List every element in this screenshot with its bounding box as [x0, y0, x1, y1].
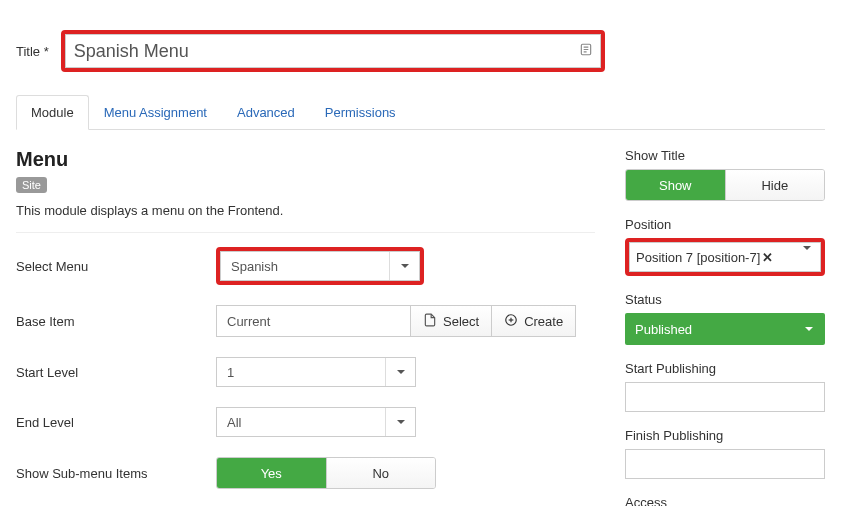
end-level-dropdown[interactable]: All — [216, 407, 416, 437]
module-description: This module displays a menu on the Front… — [16, 203, 595, 218]
select-menu-dropdown[interactable]: Spanish — [220, 251, 420, 281]
tabs: Module Menu Assignment Advanced Permissi… — [16, 94, 825, 130]
status-dropdown[interactable]: Published — [625, 313, 825, 345]
chevron-down-icon — [803, 250, 811, 265]
start-level-label: Start Level — [16, 365, 216, 380]
plus-circle-icon — [504, 313, 518, 330]
tab-advanced[interactable]: Advanced — [222, 95, 310, 130]
show-sub-yes[interactable]: Yes — [217, 458, 326, 488]
show-sub-toggle: Yes No — [216, 457, 436, 489]
base-item-label: Base Item — [16, 314, 216, 329]
create-button[interactable]: Create — [491, 305, 576, 337]
show-title-toggle: Show Hide — [625, 169, 825, 201]
status-value: Published — [635, 322, 692, 337]
finish-publishing-input[interactable] — [625, 449, 825, 479]
tab-permissions[interactable]: Permissions — [310, 95, 411, 130]
end-level-label: End Level — [16, 415, 216, 430]
show-title-label: Show Title — [625, 148, 825, 163]
select-menu-highlight: Spanish — [216, 247, 424, 285]
start-level-value: 1 — [217, 365, 385, 380]
divider — [16, 232, 595, 233]
tab-module[interactable]: Module — [16, 95, 89, 130]
end-level-value: All — [217, 415, 385, 430]
select-button-label: Select — [443, 314, 479, 329]
access-label: Access — [625, 495, 825, 506]
select-button[interactable]: Select — [410, 305, 492, 337]
position-dropdown-button[interactable] — [793, 242, 821, 272]
title-input-wrap — [65, 34, 601, 68]
select-menu-label: Select Menu — [16, 259, 216, 274]
position-value: Position 7 [position-7] — [636, 250, 760, 265]
select-menu-value: Spanish — [221, 259, 389, 274]
create-button-label: Create — [524, 314, 563, 329]
title-label: Title * — [16, 44, 49, 59]
base-item-value: Current — [216, 305, 411, 337]
close-icon[interactable]: ✕ — [762, 250, 773, 265]
show-sub-no[interactable]: No — [326, 458, 436, 488]
position-label: Position — [625, 217, 825, 232]
show-title-hide[interactable]: Hide — [725, 170, 825, 200]
file-icon — [423, 313, 437, 330]
position-highlight: Position 7 [position-7] ✕ — [625, 238, 825, 276]
title-input[interactable] — [65, 34, 601, 68]
status-label: Status — [625, 292, 825, 307]
start-level-dropdown[interactable]: 1 — [216, 357, 416, 387]
chevron-down-icon — [385, 408, 415, 436]
title-row: Title * — [16, 30, 825, 72]
chevron-down-icon — [385, 358, 415, 386]
title-highlight — [61, 30, 605, 72]
start-publishing-label: Start Publishing — [625, 361, 825, 376]
start-publishing-input[interactable] — [625, 382, 825, 412]
module-heading: Menu — [16, 148, 595, 171]
position-input[interactable]: Position 7 [position-7] ✕ — [629, 242, 794, 272]
site-badge: Site — [16, 177, 47, 193]
show-title-show[interactable]: Show — [626, 170, 725, 200]
chevron-down-icon — [805, 327, 813, 331]
tab-menu-assignment[interactable]: Menu Assignment — [89, 95, 222, 130]
show-sub-label: Show Sub-menu Items — [16, 466, 216, 481]
finish-publishing-label: Finish Publishing — [625, 428, 825, 443]
chevron-down-icon — [389, 252, 419, 280]
